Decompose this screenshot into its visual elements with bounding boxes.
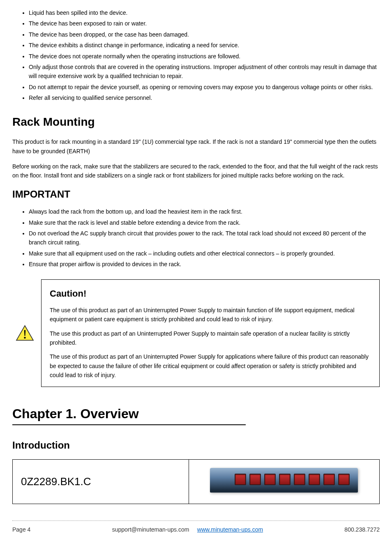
list-item: Do not overload the AC supply branch cir… xyxy=(29,229,380,247)
caution-para3: The use of this product as part of an Un… xyxy=(50,352,371,380)
list-item: Make sure that all equipment used on the… xyxy=(29,249,380,258)
caution-para1: The use of this product as part of an Un… xyxy=(50,306,371,324)
list-item: The device has been exposed to rain or w… xyxy=(29,19,380,28)
damage-list: Liquid has been spilled into the device.… xyxy=(12,8,380,103)
caution-heading: Caution! xyxy=(50,286,371,301)
power-switch-icon xyxy=(279,474,291,485)
power-switch-icon xyxy=(338,474,350,485)
svg-point-0 xyxy=(24,336,25,338)
footer-page-number: Page 4 xyxy=(12,525,30,534)
list-item: Ensure that proper airflow is provided t… xyxy=(29,260,380,269)
rack-mounting-heading: Rack Mounting xyxy=(12,113,380,131)
list-item: Always load the rack from the bottom up,… xyxy=(29,207,380,216)
list-item: Liquid has been spilled into the device. xyxy=(29,8,380,17)
product-image xyxy=(210,468,358,493)
caution-container: Caution! The use of this product as part… xyxy=(12,279,380,387)
table-row: 0Z2289.BK1.C xyxy=(13,460,380,504)
switch-row xyxy=(235,474,350,486)
caution-triangle-icon xyxy=(16,325,34,341)
list-item: Refer all servicing to qualified service… xyxy=(29,93,380,102)
list-item: The device has been dropped, or the case… xyxy=(29,30,380,39)
power-switch-icon xyxy=(323,474,335,485)
power-switch-icon xyxy=(309,474,320,485)
power-switch-icon xyxy=(249,474,261,485)
overview-heading: Chapter 1. Overview xyxy=(12,403,246,425)
list-item: Make sure that the rack is level and sta… xyxy=(29,218,380,227)
product-name-cell: 0Z2289.BK1.C xyxy=(13,460,189,504)
power-switch-icon xyxy=(294,474,305,485)
rack-mounting-para1: This product is for rack mounting in a s… xyxy=(12,137,380,156)
caution-box: Caution! The use of this product as part… xyxy=(41,279,380,387)
important-heading: IMPORTANT xyxy=(12,187,380,202)
list-item: The device does not operate normally whe… xyxy=(29,52,380,61)
list-item: Only adjust those controls that are cove… xyxy=(29,62,380,81)
warning-icon xyxy=(12,325,37,341)
list-item: Do not attempt to repair the device your… xyxy=(29,83,380,92)
important-list: Always load the rack from the bottom up,… xyxy=(12,207,380,269)
power-switch-icon xyxy=(235,474,246,485)
footer-website-link[interactable]: www.minuteman-ups.com xyxy=(197,526,263,533)
footer-phone: 800.238.7272 xyxy=(344,525,380,534)
power-switch-icon xyxy=(264,474,276,485)
rack-mounting-para2: Before working on the rack, make sure th… xyxy=(12,162,380,180)
footer-center: support@minuteman-ups.com www.minuteman-… xyxy=(112,525,263,534)
page-footer: Page 4 support@minuteman-ups.com www.min… xyxy=(12,520,380,534)
product-image-cell xyxy=(189,460,379,504)
introduction-heading: Introduction xyxy=(12,438,380,453)
product-table: 0Z2289.BK1.C xyxy=(12,459,380,504)
caution-para2: The use this product as part of an Unint… xyxy=(50,329,371,348)
footer-email: support@minuteman-ups.com xyxy=(112,526,189,533)
list-item: The device exhibits a distinct change in… xyxy=(29,41,380,50)
